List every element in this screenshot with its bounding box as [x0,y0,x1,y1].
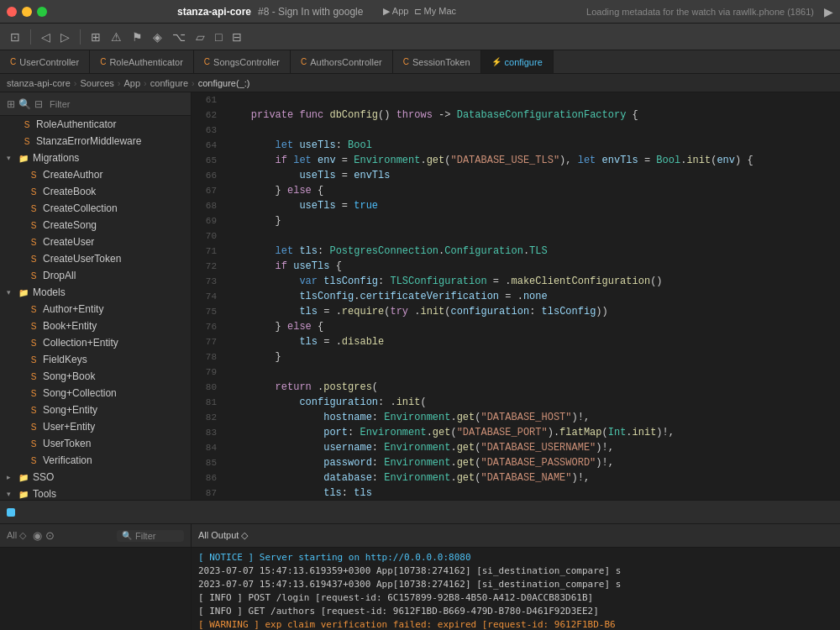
line-number-70: 70 [192,228,227,244]
tab-usercontroller[interactable]: C UserController [0,50,90,74]
line-content-75: tls = .require(try .init(configuration: … [227,304,840,319]
sidebar-item-createusertoken[interactable]: S CreateUserToken [0,250,191,267]
bottom-left-icon2[interactable]: ⊙ [45,529,55,542]
undo-icon[interactable]: ◁ [38,29,54,45]
sidebar-item-createcollection[interactable]: S CreateCollection [0,200,191,217]
line-number-80: 80 [192,380,227,395]
warning-icon[interactable]: ⚠ [108,29,125,45]
tab-label-songscontroller: SongsController [213,57,280,67]
tab-roleauthenticator[interactable]: C RoleAuthenticator [90,50,194,74]
bottom-left-icon1[interactable]: ◉ [33,529,42,542]
breadcrumb-item-2[interactable]: App [124,78,141,88]
square-icon[interactable]: □ [212,29,225,45]
line-number-78: 78 [192,349,227,365]
grid-icon[interactable]: ⊞ [87,29,104,45]
sidebar-item-usertoken[interactable]: S UserToken [0,435,191,452]
sidebar-item-bookentity[interactable]: S Book+Entity [0,318,191,334]
line-number-66: 66 [192,168,227,183]
sidebar-item-tools[interactable]: ▾ 📁 Tools [0,486,191,500]
file-icon-createauthor: S [27,171,40,180]
sidebar-toggle-icon[interactable]: ⊡ [7,29,24,45]
tab-sessiontoken[interactable]: C SessionToken [393,50,481,74]
sidebar-item-userentity[interactable]: S User+Entity [0,418,191,435]
sidebar-search-icon[interactable]: 🔍 [18,98,31,110]
line-content-67: } else { [227,183,840,198]
line-content-66: useTls = envTls [227,168,840,183]
sidebar-label-songbook: Song+Book [43,370,95,382]
sidebar-label-songentity: Song+Entity [43,404,97,416]
sidebar-item-songbook[interactable]: S Song+Book [0,368,191,385]
code-line-81: 81 configuration: .init( [192,395,840,410]
sidebar-item-createuser[interactable]: S CreateUser [0,234,191,250]
tab-songscontroller[interactable]: C SongsController [194,50,291,74]
tab-configure[interactable]: ⚡ configure [481,50,554,74]
sidebar-item-fieldkeys[interactable]: S FieldKeys [0,351,191,368]
sidebar-item-authorentity[interactable]: S Author+Entity [0,301,191,318]
close-button[interactable] [7,7,17,17]
sidebar-item-sso[interactable]: ▸ 📁 SSO [0,469,191,486]
line-number-72: 72 [192,259,227,274]
sidebar-item-models[interactable]: ▾ 📁 Models [0,284,191,301]
log-line-5: [ WARNING ] exp claim verification faile… [198,618,833,630]
sidebar-item-stanzaerrormiddleware[interactable]: S StanzaErrorMiddleware [0,133,191,150]
toolbar-divider-1 [30,29,31,45]
sidebar-filter-icon[interactable]: ⊟ [34,98,43,110]
sidebar-label-userentity: User+Entity [43,421,95,433]
breadcrumb-sep-2: › [144,78,147,88]
sidebar-label-migrations: Migrations [33,152,79,164]
tab-authorscontroller[interactable]: C AuthorsController [291,50,393,74]
sidebar-item-songcollection[interactable]: S Song+Collection [0,385,191,402]
redo-icon[interactable]: ▷ [57,29,73,45]
sidebar-label-verification: Verification [43,454,92,466]
title-bar: stanza-api-core #8 - Sign In with google… [0,0,840,24]
line-content-73: var tlsConfig: TLSConfiguration = .makeC… [227,274,840,289]
log-info-text-4: [ INFO ] GET /authors [request-id: 9612F… [198,606,599,617]
code-editor[interactable]: 61 62 private func dbConfig() throws -> … [192,92,840,500]
branch-icon[interactable]: ⌥ [169,29,189,45]
breadcrumb-item-4[interactable]: configure(_:) [198,78,250,88]
sidebar-item-createauthor[interactable]: S CreateAuthor [0,166,191,183]
play-button[interactable]: ▶ [824,5,833,18]
breadcrumb: stanza-api-core › Sources › App › config… [0,74,840,92]
window-controls[interactable] [7,7,47,17]
line-content-70 [227,228,840,244]
sidebar-item-verification[interactable]: S Verification [0,452,191,469]
app-title: stanza-api-core [177,6,251,18]
line-content-78: } [227,349,840,365]
bookmark-icon[interactable]: ◈ [150,29,165,45]
sidebar-item-roleauthenticator[interactable]: S RoleAuthenticator [0,116,191,133]
breadcrumb-item-0[interactable]: stanza-api-core [7,78,71,88]
file-icon-createcollection: S [27,204,40,213]
chevron-models: ▾ [7,288,15,297]
sidebar-item-createsong[interactable]: S CreateSong [0,217,191,234]
line-number-65: 65 [192,153,227,168]
sidebar-nav-icon[interactable]: ⊞ [7,98,15,110]
log-info-text-3: [ INFO ] POST /login [request-id: 6C1578… [198,592,593,603]
breadcrumb-item-3[interactable]: configure [150,78,188,88]
console-output-label[interactable]: All Output ◇ [198,530,248,541]
code-line-84: 84 username: Environment.get("DATABASE_U… [192,440,840,455]
sidebar-item-createbook[interactable]: S CreateBook [0,183,191,200]
code-line-65: 65 if let env = Environment.get("DATABAS… [192,153,840,168]
sidebar-item-collectionentity[interactable]: S Collection+Entity [0,334,191,351]
bottom-filter-box[interactable]: 🔍 Filter [117,530,184,542]
maximize-button[interactable] [37,7,47,17]
grid2-icon[interactable]: ⊟ [228,29,245,45]
shape-icon[interactable]: ▱ [192,29,208,45]
sidebar-item-dropall[interactable]: S DropAll [0,267,191,284]
tab-bar: C UserController C RoleAuthenticator C S… [0,50,840,74]
file-icon-createbook: S [27,187,40,197]
console-area[interactable]: [ NOTICE ] Server starting on http://0.0… [192,548,840,630]
breadcrumb-item-1[interactable]: Sources [81,78,114,88]
tab-icon-authorscontroller: C [301,57,307,66]
log-line-0: [ NOTICE ] Server starting on http://0.0… [198,551,833,564]
minimize-button[interactable] [22,7,32,17]
file-icon-songcollection: S [27,389,40,398]
tab-label-sessiontoken: SessionToken [412,57,470,67]
sidebar-item-songentity[interactable]: S Song+Entity [0,402,191,418]
flag-icon[interactable]: ⚑ [129,29,146,45]
sidebar-label-sso: SSO [33,471,54,483]
file-icon-dropall: S [27,271,40,281]
sidebar-item-migrations[interactable]: ▾ 📁 Migrations [0,150,191,166]
bottom-left-tab-all[interactable]: All ◇ [7,530,26,541]
